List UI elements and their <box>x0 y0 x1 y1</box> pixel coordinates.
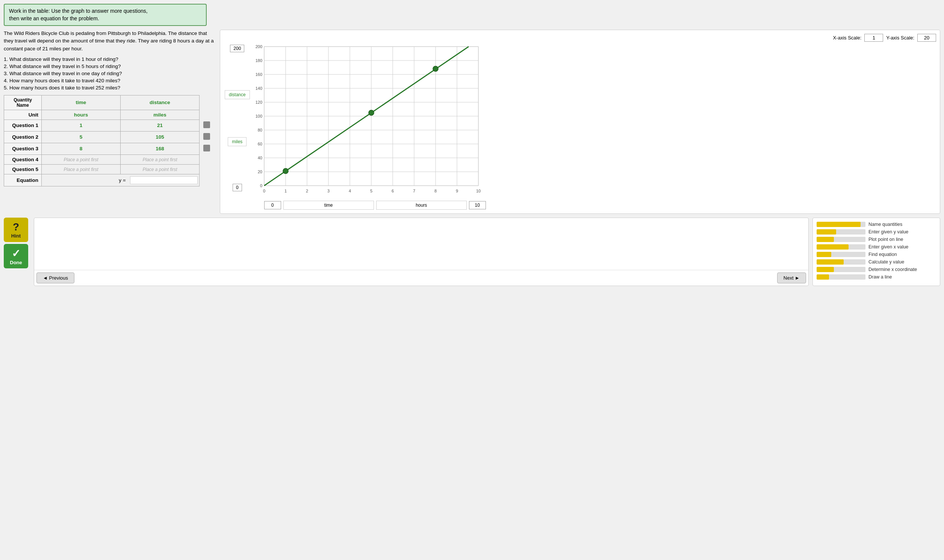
graph-area: 200 distance miles 0 <box>224 45 936 210</box>
question-3: 3. What distance will they travel in one… <box>4 71 214 76</box>
row-icon-0 <box>200 120 214 131</box>
progress-bar-wrap-6 <box>816 267 866 272</box>
x-axis-scale-input[interactable] <box>864 34 883 42</box>
x-axis-unit-box: hours <box>376 201 467 210</box>
svg-text:3: 3 <box>327 189 330 193</box>
progress-item-4: Find equation <box>816 252 936 257</box>
svg-text:140: 140 <box>255 86 262 91</box>
graph-svg-container: 0 1 2 3 4 5 6 7 8 9 10 0 20 40 <box>253 45 486 210</box>
row-col1-4: Place a point first <box>42 164 121 174</box>
progress-item-7: Draw a line <box>816 274 936 280</box>
svg-point-46 <box>283 168 288 174</box>
row-label-3: Question 4 <box>4 154 42 164</box>
progress-label-2: Plot point on line <box>869 237 903 242</box>
equation-input[interactable] <box>130 176 198 184</box>
progress-label-7: Draw a line <box>869 274 892 280</box>
hint-button[interactable]: ? Hint <box>4 218 28 242</box>
hint-done-col: ? Hint ✓ Done <box>4 218 30 286</box>
previous-button[interactable]: ◄ Previous <box>37 272 74 283</box>
row-col2-1[interactable]: 105 <box>121 131 200 143</box>
row-col2-0[interactable]: 21 <box>121 120 200 131</box>
row-col2-4: Place a point first <box>121 164 200 174</box>
progress-bar-wrap-3 <box>816 244 866 249</box>
next-label: Next ► <box>784 275 800 281</box>
calculator-icon-2 <box>203 145 210 151</box>
row-col2-3: Place a point first <box>121 154 200 164</box>
y-axis-scale-input[interactable] <box>917 34 936 42</box>
progress-label-5: Calculate y value <box>869 259 904 265</box>
graph-svg[interactable]: 0 1 2 3 4 5 6 7 8 9 10 0 20 40 <box>253 45 486 199</box>
svg-text:6: 6 <box>392 189 394 193</box>
equation-empty <box>200 174 214 186</box>
svg-text:40: 40 <box>257 155 262 160</box>
x-axis-start-input[interactable] <box>264 201 281 209</box>
progress-bar-fill-3 <box>816 244 849 249</box>
svg-text:5: 5 <box>370 189 372 193</box>
hint-label: Hint <box>11 233 21 238</box>
scale-row: X-axis Scale: Y-axis Scale: <box>224 34 936 42</box>
bottom-section: ? Hint ✓ Done ◄ Previous Next ► Name qua… <box>4 218 940 286</box>
x-axis-label-box: time <box>283 201 374 210</box>
done-button[interactable]: ✓ Done <box>4 244 28 268</box>
done-label: Done <box>10 260 22 265</box>
svg-text:120: 120 <box>255 100 262 105</box>
progress-label-0: Name quantities <box>869 222 902 227</box>
progress-panel: Name quantities Enter given y value Plot… <box>812 218 940 286</box>
svg-text:8: 8 <box>434 189 437 193</box>
svg-text:180: 180 <box>255 58 262 63</box>
y-axis-scale-label: Y-axis Scale: <box>886 35 914 41</box>
x-axis-scale-label: X-axis Scale: <box>833 35 861 41</box>
progress-bar-fill-5 <box>816 259 844 265</box>
progress-label-6: Determine x coordinate <box>869 267 917 272</box>
row-col1-1[interactable]: 5 <box>42 131 121 143</box>
col2-unit: miles <box>121 110 200 120</box>
y-top-input[interactable]: 200 <box>230 45 244 52</box>
question-2: 2. What distance will they travel in 5 h… <box>4 63 214 69</box>
x-axis-controls: time hours <box>253 201 486 210</box>
svg-text:20: 20 <box>257 169 262 174</box>
svg-text:1: 1 <box>284 189 287 193</box>
row-label-1: Question 2 <box>4 131 42 143</box>
row-col1-0[interactable]: 1 <box>42 120 121 131</box>
feedback-panel: ◄ Previous Next ► <box>34 218 809 286</box>
col1-header: time <box>42 95 121 110</box>
row-label-2: Question 3 <box>4 143 42 154</box>
progress-bar-wrap-5 <box>816 259 866 265</box>
progress-bar-fill-7 <box>816 274 829 280</box>
question-5: 5. How many hours does it take to travel… <box>4 85 214 91</box>
row-label-0: Question 1 <box>4 120 42 131</box>
questions-list: 1. What distance will they travel in 1 h… <box>4 56 214 91</box>
instruction-text: Work in the table: Use the graph to answ… <box>9 8 148 22</box>
progress-label-4: Find equation <box>869 252 897 257</box>
row-col2-2[interactable]: 168 <box>121 143 200 154</box>
next-button[interactable]: Next ► <box>777 272 806 283</box>
progress-bar-fill-2 <box>816 237 834 242</box>
equation-prefix: y = <box>42 174 200 186</box>
progress-bar-wrap-7 <box>816 274 866 280</box>
row-label-4: Question 5 <box>4 164 42 174</box>
right-panel: X-axis Scale: Y-axis Scale: 200 distance… <box>220 30 940 214</box>
problem-text: The Wild Riders Bicycle Club is pedaling… <box>4 30 214 52</box>
calculator-icon-1 <box>203 133 210 140</box>
y-axis-left: 200 distance miles 0 <box>224 45 251 191</box>
row-icon-2 <box>200 143 214 154</box>
progress-item-1: Enter given y value <box>816 229 936 234</box>
svg-point-47 <box>369 110 374 115</box>
y-bottom-input[interactable]: 0 <box>233 184 242 191</box>
progress-item-2: Plot point on line <box>816 237 936 242</box>
progress-bar-fill-4 <box>816 252 831 257</box>
progress-label-1: Enter given y value <box>869 229 908 234</box>
graph-container: X-axis Scale: Y-axis Scale: 200 distance… <box>220 30 940 214</box>
qty-name-header: QuantityName <box>4 95 42 110</box>
nav-bar: ◄ Previous Next ► <box>34 270 808 286</box>
col1-unit: hours <box>42 110 121 120</box>
progress-item-5: Calculate y value <box>816 259 936 265</box>
svg-text:60: 60 <box>257 142 262 146</box>
progress-item-3: Enter given x value <box>816 244 936 249</box>
row-col1-2[interactable]: 8 <box>42 143 121 154</box>
row-icon-3 <box>200 154 214 164</box>
x-axis-end-input[interactable] <box>469 201 486 209</box>
left-panel: The Wild Riders Bicycle Club is pedaling… <box>4 30 214 190</box>
svg-text:100: 100 <box>255 114 262 118</box>
svg-text:7: 7 <box>413 189 415 193</box>
